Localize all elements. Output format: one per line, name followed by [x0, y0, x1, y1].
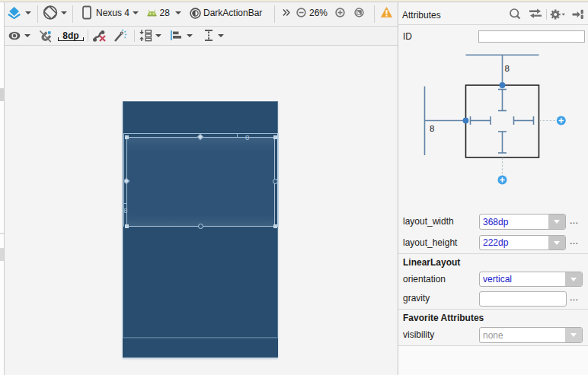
svg-text:8: 8 [430, 124, 434, 133]
svg-text:8: 8 [505, 64, 510, 73]
